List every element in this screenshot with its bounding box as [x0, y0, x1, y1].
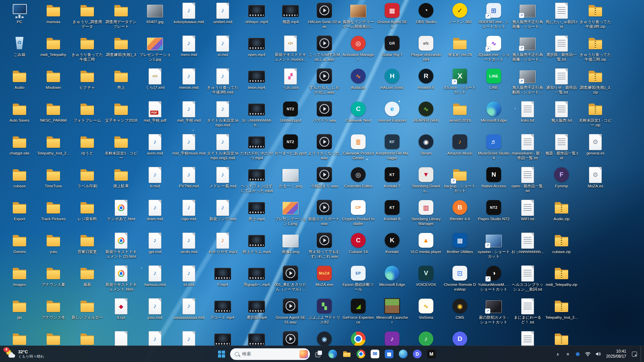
desktop-icon[interactable]: eInternet Explorer [375, 101, 409, 133]
desktop-icon[interactable]: プレゼンテーション1.png [274, 199, 307, 231]
desktop-icon[interactable]: umibet.mid [206, 2, 239, 34]
desktop-icon[interactable]: Microsoft Edge [375, 265, 409, 297]
taskbar-discord-button[interactable]: D [411, 347, 424, 361]
desktop-icon[interactable]: まにまにわーるど！.txt [511, 298, 544, 330]
show-desktop-strip[interactable] [641, 346, 643, 362]
desktop-icon[interactable]: 死にたい_ゅ歌詞.txt [545, 2, 578, 34]
desktop-icon[interactable]: ずんだもん_しおかぜふ.wav [308, 68, 341, 100]
desktop-icon[interactable]: yuto [37, 232, 70, 264]
desktop-icon[interactable]: 65407.jpg [138, 2, 172, 34]
desktop-icon[interactable]: ⊡Chrome Remote Desktop [443, 265, 477, 297]
desktop-icon[interactable]: 無題 - 親作品一覧.txt [545, 133, 578, 166]
desktop-icon[interactable]: NT2Untitled.ppsf [274, 101, 307, 133]
clock[interactable]: 10:41 2025/08/17 [603, 348, 629, 360]
desktop-icon[interactable]: HALion Sonic 02.wav [308, 2, 341, 34]
desktop-icon[interactable]: 画像1.png [274, 232, 307, 264]
desktop-icon[interactable]: うみ.ustx [274, 68, 307, 100]
desktop-icon[interactable]: ◔OBS Studio [409, 2, 443, 34]
desktop-icon[interactable]: MoZA.ini [579, 166, 612, 198]
desktop-icon[interactable]: 新規テキストドキュメント.musicxml [274, 35, 307, 67]
desktop-icon[interactable]: きゅうり食ってた午後3時.zip [579, 2, 612, 34]
desktop-icon[interactable]: Auto Saves [3, 101, 36, 133]
desktop-icon[interactable]: だれたFXいれたやつ.mp4 [240, 133, 273, 166]
desktop-icon[interactable]: アナウンス夏 [37, 265, 70, 297]
desktop-icon[interactable]: Audio.zip [545, 199, 578, 231]
desktop-icon[interactable]: ♪Amazon Music [443, 133, 477, 166]
desktop-icon[interactable]: 9.5.xlsx - ショートカット [443, 68, 477, 100]
desktop-icon[interactable]: midi_Telepathy [37, 35, 70, 67]
taskbar-explorer-button[interactable] [340, 347, 354, 361]
desktop-icon[interactable]: Images [3, 265, 36, 297]
desktop-icon[interactable]: b.mid [138, 166, 172, 198]
desktop-icon[interactable]: mid_学校.mid [172, 101, 206, 133]
desktop-icon[interactable]: 調査用データテンプレート [104, 2, 138, 34]
desktop-icon[interactable]: 小銭詰まり.wav [308, 166, 341, 198]
desktop-icon[interactable]: 選択肢 - 親作品一覧.txt [545, 35, 578, 67]
desktop-icon[interactable]: sirofo.mid [172, 232, 206, 264]
desktop-icon[interactable]: HHALion Sonic [375, 68, 409, 100]
desktop-icon[interactable]: 最新 [70, 265, 104, 297]
desktop-icon[interactable]: syasinn - ショートカット [477, 232, 511, 264]
desktop-icon[interactable]: 路上駐車 [104, 166, 138, 198]
desktop-icon[interactable]: テンポあて.html [104, 199, 138, 231]
desktop-icon[interactable]: ヘッドフォンはずしてよかった.mp4 [240, 166, 273, 198]
desktop-icon[interactable]: くらび.xml [138, 68, 172, 100]
desktop-icon[interactable]: sfzPlogue sforzando x64 [409, 35, 443, 67]
desktop-icon[interactable]: CPCrypton Product Installer [341, 199, 375, 231]
taskbar-chrome-button[interactable] [354, 347, 368, 361]
notification-center-button[interactable] [630, 347, 639, 361]
desktop-icon[interactable]: open - 親作品一覧.txt [511, 166, 544, 198]
desktop-icon[interactable]: 答え知ってでもむずいわこれ.wav [308, 232, 341, 264]
desktop-icon[interactable]: Telepathy_Inst_2... [37, 133, 70, 166]
desktop-icon[interactable]: 無題.mp4 [274, 2, 307, 34]
desktop-icon[interactable]: PVTNd.mid [172, 166, 206, 198]
desktop-icon[interactable]: KTKontakt 8 [375, 199, 409, 231]
desktop-icon[interactable]: ♬MuseScore Studio 4 [477, 133, 511, 166]
desktop-icon[interactable]: 選択肢.mp4 [240, 298, 273, 330]
desktop-icon[interactable]: GRGuitar Rig 7 [375, 35, 409, 67]
desktop-icon[interactable]: jusu.mid [138, 298, 172, 330]
desktop-icon[interactable]: FFymmp [545, 166, 578, 198]
desktop-icon[interactable]: 001_東むきさりたん（ノーマル）_今じゃ... [274, 265, 307, 297]
volume-button[interactable] [593, 347, 603, 361]
desktop-icon[interactable]: jijii [3, 298, 36, 330]
desktop-icon[interactable]: 新しいフォルダー [70, 298, 104, 330]
tray-overflow-button[interactable] [553, 347, 562, 361]
desktop-icon[interactable]: LINELINE [477, 68, 511, 100]
desktop-icon[interactable]: おっhhhhhhhhhhh... [240, 101, 273, 133]
desktop-icon[interactable]: Groove Agent SE 01.wav [274, 298, 307, 330]
desktop-icon[interactable]: 新規テキストドキュメント.html [104, 265, 138, 297]
tray-app-button[interactable] [573, 347, 583, 361]
desktop-icon[interactable]: Minecraft Launcher [375, 298, 409, 330]
desktop-icon[interactable]: ラベル印刷 [70, 166, 104, 198]
desktop-icon[interactable]: NT2Piapro Studio NT2 [477, 199, 511, 231]
desktop-icon[interactable]: kotusytuaaus.mid [172, 2, 206, 34]
desktop-icon[interactable]: Audio [3, 68, 36, 100]
desktop-icon[interactable]: フォトフレーム [70, 101, 104, 133]
desktop-icon[interactable]: cubase [3, 166, 36, 198]
desktop-icon[interactable]: ∿REAPER (x64) [409, 101, 443, 133]
desktop-icon[interactable]: 父子キャンプ2018 [104, 101, 138, 133]
taskbar-mail-button[interactable]: ✉ [368, 347, 382, 361]
desktop-icon[interactable]: きゅうり食ってた午後三時.zip [579, 35, 612, 67]
desktop-icon[interactable]: ◉CMS [443, 298, 477, 330]
desktop-icon[interactable]: CCubase 14 [341, 232, 375, 264]
desktop-icon[interactable]: chatgpt-site [3, 133, 36, 166]
taskbar-edge-button[interactable] [326, 347, 339, 361]
desktop-icon[interactable]: きゅうり食ってた午後3時.mid [206, 68, 239, 100]
desktop-icon[interactable]: プレゼンテーション1.jpg [138, 35, 172, 67]
desktop-icon[interactable]: BBlender 4.4 [443, 199, 477, 231]
desktop-icon[interactable]: 調査練習(失敗)_3 [104, 35, 138, 67]
desktop-icon[interactable]: 名称未設定1 - コピー.zip [579, 101, 612, 133]
desktop-icon[interactable]: ▦Brother Utilities [443, 232, 477, 264]
desktop-icon[interactable]: Telepathy_Inst_2... [545, 298, 578, 330]
desktop-icon[interactable]: 営業日変更 [70, 232, 104, 264]
desktop-icon[interactable]: Mixdown [37, 68, 70, 100]
desktop-icon[interactable]: CCakewalk Next [341, 101, 375, 133]
desktop-icon[interactable]: タイトル未設定.tempo.orig1.mid [206, 133, 239, 166]
desktop-icon[interactable]: 無人販売不正行為画像 - ショートカッ... [511, 2, 544, 34]
desktop-icon[interactable]: mid_学校muse.mid [172, 133, 206, 166]
desktop-icon[interactable]: 新規エクスポート.wav [308, 199, 341, 231]
desktop-icon[interactable]: ヘルスコンブラッシュン__歌詞.txt [511, 265, 544, 297]
desktop-icon[interactable]: ◎Controller Editor [341, 166, 375, 198]
